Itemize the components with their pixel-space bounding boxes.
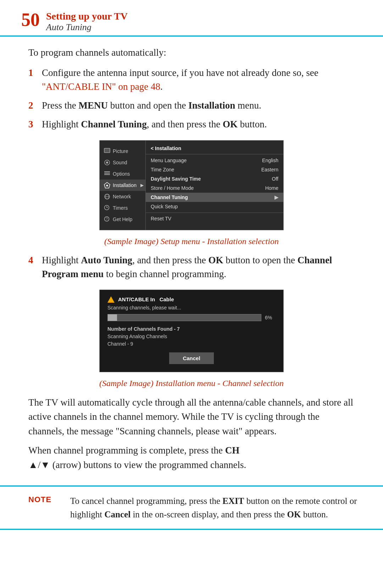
channel-menu-image: ANT/CABLE In Cable Scanning channels, pl… <box>100 290 283 372</box>
row-arrow: ▶ <box>274 194 278 200</box>
svg-point-3 <box>106 161 108 164</box>
cancel-bold: Cancel <box>105 510 131 519</box>
sidebar-item-picture: Picture <box>100 145 145 157</box>
progress-bar-inner <box>108 314 117 321</box>
row-value: Home <box>265 185 278 191</box>
sound-label: Sound <box>113 160 127 165</box>
channel-tuning-bold: Channel Tuning <box>81 119 146 130</box>
svg-rect-4 <box>104 171 110 172</box>
ok-bold-2: OK <box>209 255 223 265</box>
menu-panel-header: < Installation <box>146 144 283 154</box>
row-label: Daylight Saving Time <box>151 176 201 182</box>
caption-1: (Sample Image) Setup menu - Installation… <box>28 237 355 246</box>
scanning-text: Scanning channels, please wait... <box>107 305 276 311</box>
sidebar-item-installation: Installation ▶ <box>100 180 145 191</box>
step-3-content: Highlight Channel Tuning, and then press… <box>42 117 355 131</box>
exit-bold: EXIT <box>222 496 244 506</box>
row-label: Store / Home Mode <box>151 185 194 191</box>
body-para-2: When channel programming is complete, pr… <box>28 443 355 472</box>
page-header: 50 Setting up your TV Auto Tuning <box>0 0 383 37</box>
step4-list: 4 Highlight Auto Tuning, and then press … <box>28 253 355 281</box>
installation-icon <box>104 182 110 188</box>
header-title: Setting up your TV <box>46 11 128 22</box>
row-value: Eastern <box>261 167 278 172</box>
timers-icon <box>104 205 110 211</box>
row-label: Menu Language <box>151 158 187 163</box>
row-value: English <box>262 158 278 163</box>
intro-text: To program channels automatically: <box>28 47 355 58</box>
page-number: 50 <box>21 11 40 29</box>
installation-arrow: ▶ <box>140 183 144 188</box>
step-2-content: Press the MENU button and open the Insta… <box>42 99 355 112</box>
ok-bold-3: OK <box>287 510 301 519</box>
svg-rect-6 <box>104 174 110 175</box>
menu-main-panel: < Installation Menu Language English Tim… <box>146 141 283 230</box>
help-icon: ? <box>104 216 110 222</box>
svg-rect-1 <box>105 149 110 152</box>
step-number-4: 4 <box>28 253 42 267</box>
cancel-button[interactable]: Cancel <box>169 352 213 364</box>
ok-bold-1: OK <box>223 119 238 130</box>
menu-row-storemode: Store / Home Mode Home <box>146 183 283 193</box>
note-box: NOTE To cancel channel programming, pres… <box>0 485 383 530</box>
step-number-2: 2 <box>28 99 42 112</box>
step-number-1: 1 <box>28 66 42 80</box>
body-para-1: The TV will automatically cycle through … <box>28 395 355 439</box>
list-item-4: 4 Highlight Auto Tuning, and then press … <box>28 253 355 281</box>
note-label: NOTE <box>28 495 60 504</box>
picture-icon <box>104 148 110 154</box>
channels-found: Number of Channels Found - 7 <box>107 326 276 332</box>
setup-menu-image: Picture Sound Options <box>100 141 283 230</box>
row-label: Channel Tuning <box>151 194 188 200</box>
menu-row-language: Menu Language English <box>146 156 283 165</box>
step-1-content: Configure the antenna input source, if y… <box>42 66 355 94</box>
sound-icon <box>104 159 110 166</box>
options-icon <box>104 171 110 177</box>
channel-number: Channel - 9 <box>107 341 276 347</box>
antcable-label: ANT/CABLE In Cable <box>118 296 174 302</box>
progress-percent: 6% <box>265 315 276 320</box>
menu-sidebar: Picture Sound Options <box>100 141 146 230</box>
note-text: To cancel channel programming, press the… <box>70 494 362 521</box>
channel-menu-screenshot: ANT/CABLE In Cable Scanning channels, pl… <box>99 290 284 372</box>
sidebar-item-options: Options <box>100 168 145 180</box>
steps-list: 1 Configure the antenna input source, if… <box>28 66 355 132</box>
svg-rect-5 <box>104 173 110 174</box>
menu-row-quicksetup: Quick Setup <box>146 202 283 211</box>
scanning-analog: Scanning Analog Channels <box>107 334 276 339</box>
channel-menu-header: ANT/CABLE In Cable <box>107 296 276 303</box>
main-content: To program channels automatically: 1 Con… <box>0 47 383 472</box>
header-subtitle: Auto Tuning <box>46 22 128 33</box>
installation-bold: Installation <box>188 100 235 111</box>
installation-label: Installation <box>113 182 137 188</box>
menu-row-timezone: Time Zone Eastern <box>146 165 283 174</box>
picture-label: Picture <box>113 148 128 154</box>
sidebar-item-sound: Sound <box>100 157 145 168</box>
list-item: 2 Press the MENU button and open the Ins… <box>28 99 355 112</box>
list-item: 3 Highlight Channel Tuning, and then pre… <box>28 117 355 131</box>
sidebar-item-timers: Timers <box>100 202 145 214</box>
network-icon <box>104 193 110 200</box>
menu-row-dst: Daylight Saving Time Off <box>146 174 283 183</box>
header-text-block: Setting up your TV Auto Tuning <box>46 11 128 33</box>
sidebar-item-network: Network <box>100 191 145 202</box>
row-label: Time Zone <box>151 167 174 172</box>
svg-point-8 <box>106 185 108 186</box>
menu-bold: MENU <box>79 100 108 111</box>
ant-cable-link: "ANT/CABLE IN" on page 48 <box>42 81 160 92</box>
row-value: Off <box>272 176 278 182</box>
autotuning-bold: Auto Tuning <box>81 255 132 265</box>
caption-2: (Sample Image) Installation menu - Chann… <box>28 379 355 388</box>
options-label: Options <box>113 171 130 177</box>
network-label: Network <box>113 194 131 199</box>
menu-row-resettv: Reset TV <box>146 213 283 223</box>
step-number-3: 3 <box>28 117 42 131</box>
list-item: 1 Configure the antenna input source, if… <box>28 66 355 94</box>
row-label: Quick Setup <box>151 204 178 209</box>
progress-bar-outer <box>107 314 261 321</box>
warning-icon <box>107 296 115 303</box>
sidebar-item-gethelp: ? Get Help <box>100 214 145 225</box>
gethelp-label: Get Help <box>113 216 132 222</box>
ch-bold: CH <box>225 445 240 456</box>
timers-label: Timers <box>113 205 128 211</box>
